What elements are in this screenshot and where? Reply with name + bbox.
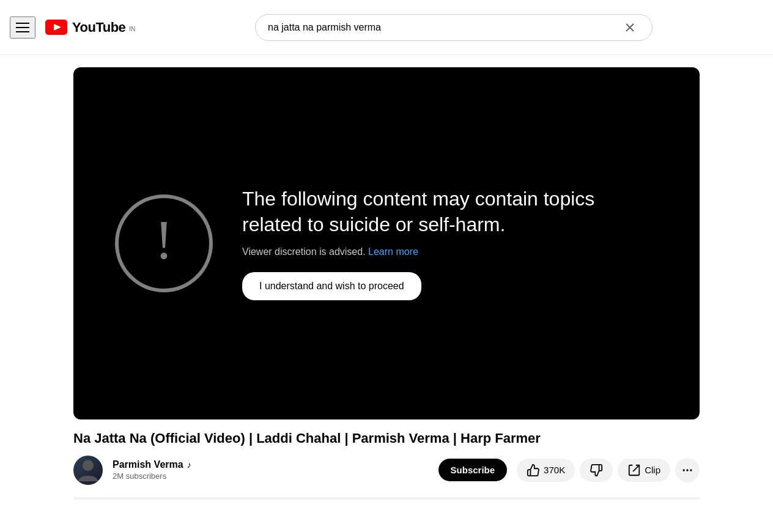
channel-avatar[interactable] (73, 456, 103, 485)
more-icon (681, 464, 693, 476)
music-note-icon: ♪ (187, 460, 191, 470)
youtube-icon (45, 20, 67, 35)
channel-row: Parmish Verma ♪ 2M subscribers Subscribe… (73, 456, 700, 485)
svg-line-5 (633, 465, 639, 471)
main-content: ! The following content may contain topi… (0, 67, 773, 500)
warning-subtitle: Viewer discretion is advised. Learn more (242, 246, 658, 257)
menu-button[interactable] (10, 17, 35, 39)
subscribe-button[interactable]: Subscribe (438, 459, 508, 481)
dislike-button[interactable] (580, 459, 613, 482)
video-player: ! The following content may contain topi… (73, 67, 700, 419)
video-title: Na Jatta Na (Official Video) | Laddi Cha… (73, 429, 700, 448)
like-icon (527, 464, 540, 477)
header: YouTube IN (0, 0, 773, 55)
search-clear-button[interactable] (620, 18, 640, 37)
header-left: YouTube IN (10, 17, 144, 39)
exclamation-mark: ! (155, 213, 173, 268)
avatar-image (73, 456, 103, 485)
search-area (240, 14, 668, 41)
channel-name[interactable]: Parmish Verma (113, 459, 183, 470)
warning-icon: ! (115, 194, 213, 292)
warning-text-area: The following content may contain topics… (242, 187, 658, 300)
search-input[interactable] (268, 22, 620, 33)
youtube-logo[interactable]: YouTube IN (45, 20, 135, 35)
svg-point-7 (686, 469, 688, 471)
subscriber-count: 2M subscribers (113, 471, 429, 481)
divider (73, 497, 700, 500)
proceed-button[interactable]: I understand and wish to proceed (242, 272, 421, 300)
learn-more-link[interactable]: Learn more (368, 246, 418, 257)
search-bar (255, 14, 653, 41)
content-warning: ! The following content may contain topi… (91, 162, 682, 324)
svg-point-4 (83, 460, 94, 471)
like-count: 370K (544, 465, 565, 475)
clip-icon (627, 464, 641, 477)
svg-point-6 (683, 469, 685, 471)
youtube-wordmark: YouTube (72, 20, 125, 35)
more-options-button[interactable] (675, 458, 700, 482)
svg-point-8 (690, 469, 692, 471)
clip-label: Clip (645, 465, 660, 475)
action-buttons: 370K Clip (517, 458, 700, 482)
country-label: IN (129, 26, 135, 32)
warning-title: The following content may contain topics… (242, 187, 658, 237)
like-button[interactable]: 370K (517, 459, 575, 482)
video-container: ! The following content may contain topi… (73, 67, 700, 500)
channel-info: Parmish Verma ♪ 2M subscribers (113, 459, 429, 481)
channel-name-row: Parmish Verma ♪ (113, 459, 429, 470)
dislike-icon (590, 464, 603, 477)
discretion-text: Viewer discretion is advised. (242, 246, 366, 257)
clip-button[interactable]: Clip (618, 459, 670, 482)
